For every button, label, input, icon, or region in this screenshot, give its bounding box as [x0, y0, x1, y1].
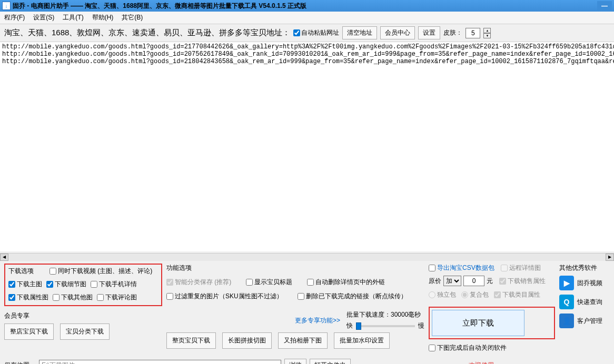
skin-input[interactable]	[466, 28, 480, 38]
save-row: 保存位置： 浏览 打开文件夹 欢迎使用	[0, 359, 614, 364]
speed-label-row: 批量下载速度：30000毫秒	[346, 310, 424, 319]
price-op-select[interactable]: 加	[443, 276, 461, 286]
settings-button[interactable]: 设置	[418, 26, 440, 39]
member-center-button[interactable]: 会员中心	[380, 26, 415, 39]
indie-radio: 独立包	[429, 290, 456, 299]
sidebar-other-software: 其他优秀软件 ▶ 固乔视频 Q 快递查询 👤 客户管理	[559, 264, 610, 352]
welcome-text: 欢迎使用	[469, 361, 494, 364]
download-now-button[interactable]: 立即下载	[432, 310, 524, 336]
autoclose-checkbox[interactable]: 下图完成后自动关闭软件	[429, 343, 555, 352]
detail-img-checkbox[interactable]: 下载细节图	[46, 280, 86, 289]
comment-img-checkbox[interactable]: 下载评论图	[97, 293, 137, 302]
menu-other[interactable]: 其它(B)	[122, 13, 143, 22]
autopaste-input[interactable]	[293, 29, 300, 36]
side-title: 其他优秀软件	[559, 264, 610, 272]
whole-page-button[interactable]: 整页宝贝下载	[166, 332, 216, 349]
mobile-detail-checkbox[interactable]: 下载手机详情	[91, 280, 137, 289]
remote-detail-checkbox: 远程详情图	[501, 264, 541, 272]
menubar: 程序(F) 设置(S) 工具(T) 帮助(H) 其它(B)	[0, 12, 614, 24]
address-label: 淘宝、天猫、1688、敦煌网、京东、速卖通、易贝、亚马逊、拼多多等宝贝地址：	[4, 28, 290, 38]
side-video-link[interactable]: ▶ 固乔视频	[559, 276, 610, 290]
func-options-title: 功能选项	[166, 264, 424, 272]
app-icon: ↓	[2, 2, 11, 10]
side-customer-link[interactable]: 👤 客户管理	[559, 314, 610, 328]
autopaste-checkbox[interactable]: 自动粘贴网址	[293, 28, 339, 37]
clear-address-button[interactable]: 清空地址	[342, 26, 377, 39]
menu-help[interactable]: 帮助(H)	[92, 13, 114, 22]
customer-icon: 👤	[559, 314, 574, 328]
open-folder-button[interactable]: 打开文件夹	[310, 359, 351, 364]
save-label: 保存位置：	[4, 361, 36, 364]
download-button-frame: 立即下载	[429, 307, 555, 339]
save-path-input[interactable]	[39, 360, 281, 365]
skin-label: 皮肤：	[443, 28, 462, 37]
browse-button[interactable]: 浏览	[284, 359, 306, 364]
skin-spinner[interactable]: ▲ ▼	[483, 28, 491, 38]
other-img-checkbox[interactable]: 下载其他图	[53, 293, 93, 302]
scroll-left-icon[interactable]: ◀	[0, 254, 8, 261]
price-value-input[interactable]	[463, 276, 484, 286]
show-title-checkbox[interactable]: 显示宝贝标题	[246, 278, 292, 287]
scroll-right-icon[interactable]: ▶	[606, 254, 614, 261]
speed-fast-label: 快	[346, 321, 353, 330]
price-unit-label: 元	[487, 277, 493, 286]
titlebar: ↓ 固乔 - 电商图片助手 —— 淘宝、天猫、1688阿里、京东、微商相册等图片…	[0, 0, 614, 12]
video-icon: ▶	[559, 276, 574, 290]
cat-attr-checkbox: 下载类目属性	[494, 290, 540, 299]
attr-img-checkbox[interactable]: 下载属性图	[8, 293, 48, 302]
whole-shop-button[interactable]: 整店宝贝下载	[4, 323, 54, 340]
vip-section: 会员专享 整店宝贝下载 宝贝分类下载	[4, 311, 162, 340]
skin-down-button[interactable]: ▼	[483, 33, 491, 38]
classify-button[interactable]: 宝贝分类下载	[60, 323, 110, 340]
long-img-button[interactable]: 长图拼接切图	[222, 332, 272, 349]
main-img-checkbox[interactable]: 下载主图	[8, 280, 42, 289]
menu-program[interactable]: 程序(F)	[4, 13, 25, 22]
window-title: 固乔 - 电商图片助手 —— 淘宝、天猫、1688阿里、京东、微商相册等图片批量…	[13, 2, 597, 11]
slider-thumb[interactable]	[356, 322, 361, 330]
with-video-checkbox[interactable]: 同时下载视频 (主图、描述、评论)	[49, 267, 152, 276]
sale-attr-checkbox: 下载销售属性	[499, 277, 546, 286]
download-options-group: 下载选项 同时下载视频 (主图、描述、评论) 下载主图 下载细节图 下载手机详情…	[4, 264, 162, 306]
watermark-button[interactable]: 批量加水印设置	[334, 332, 390, 349]
compound-radio: 复合包	[461, 290, 489, 299]
youpai-button[interactable]: 又拍相册下图	[278, 332, 328, 349]
side-express-link[interactable]: Q 快递查询	[559, 295, 610, 309]
url-scrollbar[interactable]: ◀ ▶	[0, 253, 614, 260]
more-vip-link[interactable]: 更多专享功能>>	[295, 316, 340, 325]
scroll-track[interactable]	[8, 254, 606, 261]
price-pre-label: 原价	[429, 277, 441, 286]
address-row: 淘宝、天猫、1688、敦煌网、京东、速卖通、易贝、亚马逊、拼多多等宝贝地址： 自…	[0, 24, 614, 42]
url-textarea[interactable]	[0, 42, 614, 251]
autopaste-label: 自动粘贴网址	[301, 28, 339, 37]
express-icon: Q	[559, 295, 574, 309]
speed-slider[interactable]	[356, 325, 415, 327]
filter-dup-checkbox[interactable]: 过滤重复的图片（SKU属性图不过滤）	[166, 292, 283, 301]
menu-tools[interactable]: 工具(T)	[63, 13, 83, 22]
menu-settings[interactable]: 设置(S)	[33, 13, 54, 22]
speed-slow-label: 慢	[418, 321, 424, 330]
skin-up-button[interactable]: ▲	[483, 28, 491, 33]
minimize-button[interactable]: —	[597, 1, 612, 11]
download-options-title: 下载选项	[8, 267, 34, 276]
auto-del-ext-checkbox[interactable]: 自动删除详情页中的外链	[307, 278, 385, 287]
export-csv-checkbox[interactable]: 导出淘宝CSV数据包	[429, 264, 494, 272]
smart-save-checkbox: 智能分类保存 (推荐)	[166, 278, 231, 287]
vip-title: 会员专享	[4, 312, 29, 319]
del-done-checkbox[interactable]: 删除已下载完成的链接（断点续传）	[298, 292, 407, 301]
